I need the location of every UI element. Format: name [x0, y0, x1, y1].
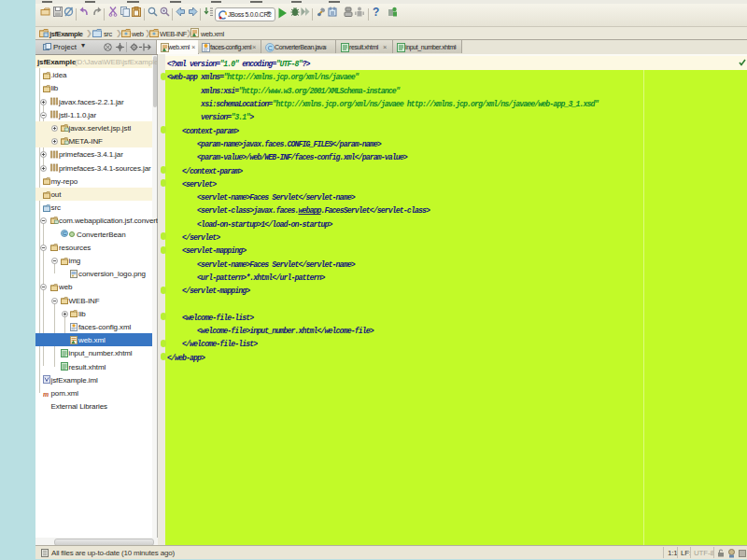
svg-text:m: m	[43, 389, 49, 398]
svg-text:C: C	[268, 45, 273, 51]
